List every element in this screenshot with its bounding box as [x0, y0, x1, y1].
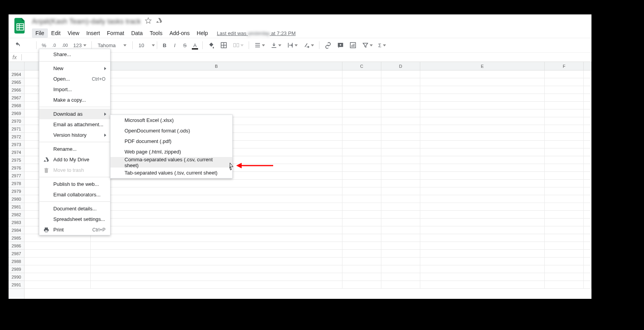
cell[interactable] — [420, 148, 545, 156]
filter-button[interactable] — [360, 40, 375, 51]
cell[interactable] — [381, 172, 420, 180]
menu-tools[interactable]: Tools — [146, 28, 166, 38]
cell[interactable] — [342, 258, 381, 265]
fill-color-button[interactable] — [205, 40, 217, 51]
cell[interactable] — [381, 109, 420, 117]
cell[interactable] — [381, 117, 420, 125]
cell[interactable] — [584, 109, 591, 117]
cell[interactable] — [381, 211, 420, 219]
cell[interactable] — [584, 71, 591, 78]
cell[interactable] — [545, 109, 584, 117]
cell[interactable] — [545, 117, 584, 125]
row-header[interactable]: 2966 — [9, 86, 24, 94]
row-header[interactable]: 2975 — [9, 156, 24, 164]
cell[interactable] — [545, 250, 584, 258]
cell[interactable] — [381, 148, 420, 156]
row-header[interactable]: 2985 — [9, 234, 24, 242]
cell[interactable] — [342, 109, 381, 117]
row-header[interactable]: 2979 — [9, 187, 24, 195]
cell[interactable] — [420, 180, 545, 187]
cell[interactable] — [420, 164, 545, 172]
cell[interactable] — [545, 164, 584, 172]
cell[interactable] — [342, 164, 381, 172]
cell[interactable] — [545, 219, 584, 226]
cell[interactable] — [584, 148, 591, 156]
cell[interactable] — [584, 180, 591, 187]
cell[interactable] — [381, 180, 420, 187]
cell[interactable] — [420, 133, 545, 141]
row-header[interactable]: 2984 — [9, 226, 24, 234]
cell[interactable] — [584, 187, 591, 195]
row-header[interactable]: 2991 — [9, 281, 24, 289]
cell[interactable] — [584, 78, 591, 86]
cell[interactable] — [545, 148, 584, 156]
cell[interactable] — [545, 125, 584, 133]
row-header[interactable]: 2964 — [9, 71, 24, 78]
cell[interactable] — [91, 94, 342, 102]
cell[interactable] — [420, 281, 545, 289]
merge-cells-button[interactable] — [230, 40, 246, 51]
row-header[interactable]: 2970 — [9, 117, 24, 125]
row-header[interactable]: 2989 — [9, 265, 24, 273]
cell[interactable] — [545, 172, 584, 180]
cell[interactable] — [584, 102, 591, 109]
cell[interactable] — [420, 156, 545, 164]
insert-chart-button[interactable] — [347, 40, 359, 51]
download-xlsx[interactable]: Microsoft Excel (.xlsx) — [111, 115, 232, 125]
column-header[interactable]: F — [545, 62, 584, 70]
cell[interactable] — [420, 226, 545, 234]
cell[interactable] — [91, 195, 342, 203]
menu-help[interactable]: Help — [193, 28, 212, 38]
cell[interactable] — [381, 86, 420, 94]
cell[interactable] — [420, 242, 545, 250]
document-title[interactable]: Anjali(Kash Team)-daily tasks track — [32, 18, 141, 26]
vertical-align-button[interactable] — [268, 40, 284, 51]
cell[interactable] — [545, 226, 584, 234]
menu-data[interactable]: Data — [128, 28, 146, 38]
row-header[interactable]: 2982 — [9, 211, 24, 219]
cell[interactable] — [25, 242, 91, 250]
cell[interactable] — [342, 234, 381, 242]
functions-button[interactable]: Σ — [376, 40, 388, 51]
cell[interactable] — [381, 273, 420, 281]
cell[interactable] — [342, 133, 381, 141]
cell[interactable] — [420, 125, 545, 133]
cell[interactable] — [420, 265, 545, 273]
cell[interactable] — [584, 195, 591, 203]
cell[interactable] — [91, 211, 342, 219]
cell[interactable] — [584, 164, 591, 172]
cell[interactable] — [342, 219, 381, 226]
cell[interactable] — [342, 94, 381, 102]
cell[interactable] — [545, 94, 584, 102]
cell[interactable] — [381, 71, 420, 78]
cell[interactable] — [545, 273, 584, 281]
row-header[interactable]: 2980 — [9, 195, 24, 203]
menu-insert[interactable]: Insert — [83, 28, 104, 38]
cell[interactable] — [342, 250, 381, 258]
cell[interactable] — [420, 250, 545, 258]
cell[interactable] — [342, 141, 381, 148]
download-pdf[interactable]: PDF document (.pdf) — [111, 136, 232, 146]
cell[interactable] — [584, 250, 591, 258]
cell[interactable] — [381, 133, 420, 141]
file-menu-email-attach[interactable]: Email as attachment... — [39, 119, 110, 130]
star-icon[interactable] — [145, 17, 152, 26]
cell[interactable] — [91, 78, 342, 86]
cell[interactable] — [91, 242, 342, 250]
cell[interactable] — [91, 102, 342, 109]
cell[interactable] — [420, 86, 545, 94]
cell[interactable] — [584, 211, 591, 219]
cell[interactable] — [420, 109, 545, 117]
cell[interactable] — [420, 71, 545, 78]
file-menu-open[interactable]: Open...Ctrl+O — [39, 74, 110, 84]
cell[interactable] — [381, 258, 420, 265]
cell[interactable] — [381, 156, 420, 164]
file-menu-copy[interactable]: Make a copy... — [39, 95, 110, 105]
cell[interactable] — [545, 265, 584, 273]
cell[interactable] — [25, 234, 91, 242]
cell[interactable] — [381, 187, 420, 195]
download-html[interactable]: Web page (.html, zipped) — [111, 146, 232, 157]
cell[interactable] — [25, 258, 91, 265]
cell[interactable] — [545, 180, 584, 187]
row-header[interactable]: 2987 — [9, 250, 24, 258]
